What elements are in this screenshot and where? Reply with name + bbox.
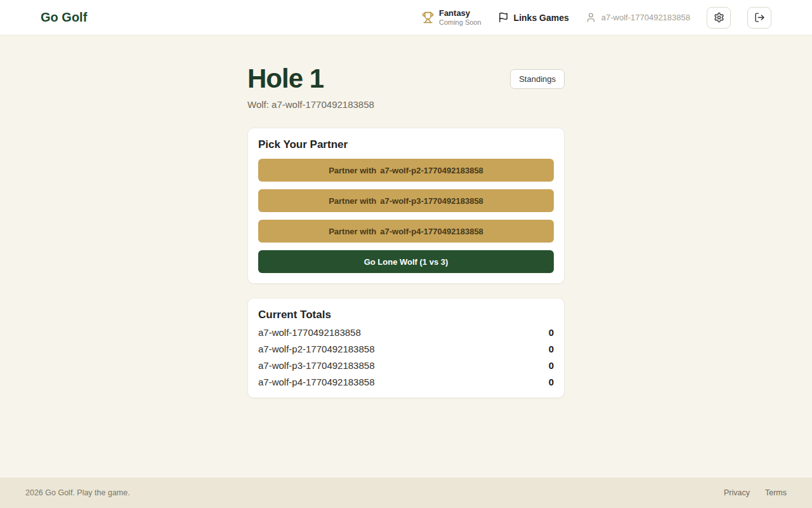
player-name: a7-wolf-1770492183858	[258, 327, 361, 338]
player-score: 0	[549, 327, 554, 338]
footer-links: Privacy Terms	[724, 488, 787, 497]
footer-copyright: 2026 Go Golf. Play the game.	[25, 488, 130, 497]
page-title: Hole 1	[247, 65, 324, 93]
title-row: Hole 1 Standings	[247, 65, 565, 93]
nav-item-links-games[interactable]: Links Games	[498, 12, 569, 23]
current-totals-title: Current Totals	[258, 309, 554, 321]
totals-row: a7-wolf-p3-1770492183858 0	[258, 360, 554, 371]
player-name: a7-wolf-p3-1770492183858	[258, 360, 374, 371]
settings-button[interactable]	[707, 7, 731, 29]
player-name: a7-wolf-p2-1770492183858	[258, 344, 374, 354]
user-info: a7-wolf-1770492183858	[586, 12, 690, 23]
partner-button-name: a7-wolf-p4-1770492183858	[380, 227, 483, 236]
current-totals-card: Current Totals a7-wolf-1770492183858 0 a…	[247, 298, 565, 398]
pick-partner-card: Pick Your Partner Partner witha7-wolf-p2…	[247, 128, 565, 284]
fantasy-label: Fantasy	[439, 8, 481, 18]
flag-icon	[498, 12, 509, 23]
partner-button-name: a7-wolf-p3-1770492183858	[380, 196, 483, 206]
fantasy-sublabel: Coming Soon	[439, 18, 481, 27]
terms-link[interactable]: Terms	[765, 488, 787, 497]
player-score: 0	[549, 377, 554, 387]
links-games-label: Links Games	[514, 13, 569, 23]
lone-wolf-button[interactable]: Go Lone Wolf (1 vs 3)	[258, 250, 554, 273]
header-nav: Fantasy Coming Soon Links Games a7-wolf-…	[422, 7, 771, 29]
partner-button-p2[interactable]: Partner witha7-wolf-p2-1770492183858	[258, 159, 554, 182]
player-score: 0	[549, 360, 554, 371]
username: a7-wolf-1770492183858	[601, 13, 690, 22]
partner-button-prefix: Partner with	[329, 196, 376, 206]
pick-partner-title: Pick Your Partner	[258, 138, 554, 151]
player-name: a7-wolf-p4-1770492183858	[258, 377, 374, 387]
partner-button-p4[interactable]: Partner witha7-wolf-p4-1770492183858	[258, 220, 554, 243]
wolf-subtitle: Wolf: a7-wolf-1770492183858	[247, 99, 565, 110]
partner-button-name: a7-wolf-p2-1770492183858	[380, 166, 483, 175]
nav-item-fantasy[interactable]: Fantasy Coming Soon	[422, 8, 481, 27]
footer: 2026 Go Golf. Play the game. Privacy Ter…	[0, 478, 812, 508]
fantasy-text: Fantasy Coming Soon	[439, 8, 481, 27]
privacy-link[interactable]: Privacy	[724, 488, 750, 497]
logout-icon	[754, 12, 765, 23]
standings-button[interactable]: Standings	[510, 69, 565, 89]
user-icon	[586, 12, 596, 23]
main-content: Hole 1 Standings Wolf: a7-wolf-177049218…	[0, 36, 812, 478]
partner-button-p3[interactable]: Partner witha7-wolf-p3-1770492183858	[258, 189, 554, 212]
totals-row: a7-wolf-p4-1770492183858 0	[258, 377, 554, 387]
header: Go Golf Fantasy Coming Soon	[0, 0, 812, 36]
trophy-icon	[422, 11, 434, 23]
gear-icon	[714, 12, 724, 23]
partner-button-prefix: Partner with	[329, 166, 376, 175]
totals-row: a7-wolf-1770492183858 0	[258, 327, 554, 338]
player-score: 0	[549, 344, 554, 354]
app-logo[interactable]: Go Golf	[41, 10, 87, 25]
totals-row: a7-wolf-p2-1770492183858 0	[258, 344, 554, 354]
logout-button[interactable]	[747, 7, 771, 29]
partner-button-prefix: Partner with	[329, 227, 376, 236]
